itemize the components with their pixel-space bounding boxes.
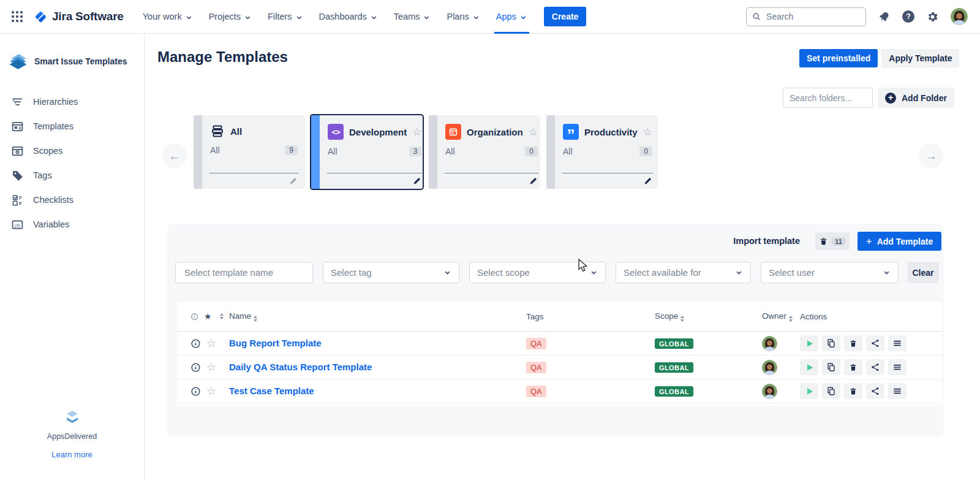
nav-filters[interactable]: Filters [260, 0, 311, 34]
edit-pencil-icon[interactable] [412, 177, 421, 186]
set-preinstalled-button[interactable]: Set preinstalled [799, 49, 878, 67]
folder-card-productivity[interactable]: ” Productivity ☆ All 0 [546, 115, 658, 189]
sidebar-item-checklists[interactable]: Checklists [0, 188, 144, 212]
table-row: ☆ Bug Report Template QA GLOBAL [177, 332, 942, 356]
owner-avatar[interactable] [762, 384, 777, 399]
column-header-scope[interactable]: Scope [655, 311, 762, 322]
add-folder-button[interactable]: + Add Folder [878, 88, 954, 108]
star-outline-icon[interactable]: ☆ [643, 127, 652, 137]
scope-filter-select[interactable]: Select scope [469, 262, 606, 283]
sort-toggle [680, 316, 684, 322]
share-button[interactable] [866, 335, 884, 351]
star-outline-icon[interactable]: ☆ [206, 384, 216, 398]
tag-badge[interactable]: QA [526, 362, 546, 373]
apply-play-button[interactable] [800, 359, 818, 375]
delete-button[interactable] [844, 335, 862, 351]
sort-toggle[interactable] [220, 313, 224, 319]
sidebar-item-variables[interactable]: (x) Variables [0, 212, 144, 237]
nav-your-work[interactable]: Your work [135, 0, 201, 34]
folder-card-organization[interactable]: Organization ☆ All 0 [429, 115, 540, 189]
apply-play-button[interactable] [800, 383, 818, 399]
trash-bin-button[interactable]: 11 [815, 232, 850, 250]
tag-filter-select[interactable]: Select tag [323, 262, 459, 283]
template-name-link[interactable]: Test Case Template [229, 386, 314, 396]
sidebar-item-templates[interactable]: Templates [0, 114, 144, 139]
nav-plans[interactable]: Plans [439, 0, 488, 34]
user-avatar[interactable] [951, 8, 968, 25]
column-header-owner[interactable]: Owner [762, 311, 800, 322]
copy-icon [826, 338, 836, 348]
nav-apps[interactable]: Apps [488, 0, 535, 34]
add-template-button[interactable]: + Add Template [858, 232, 941, 251]
folder-card-development[interactable]: <> Development ☆ All 3 [311, 115, 423, 189]
notifications-bell-icon[interactable] [878, 10, 891, 23]
star-filled-icon[interactable]: ★ [204, 311, 212, 321]
nav-dashboards[interactable]: Dashboards [311, 0, 386, 34]
learn-more-link[interactable]: Learn more [0, 450, 144, 459]
more-menu-button[interactable] [888, 383, 907, 399]
user-filter-select[interactable]: Select user [761, 262, 899, 283]
template-name-link[interactable]: Daily QA Status Report Template [229, 362, 372, 372]
all-folders-stack-icon [210, 124, 225, 139]
info-icon[interactable] [190, 338, 201, 349]
edit-pencil-icon[interactable] [288, 177, 298, 186]
search-folders-input[interactable] [783, 88, 873, 108]
column-header-name[interactable]: Name [229, 311, 526, 322]
nav-projects[interactable]: Projects [201, 0, 260, 34]
folder-subtitle: All [445, 147, 455, 156]
edit-pencil-icon[interactable] [643, 177, 652, 186]
sidebar-item-tags[interactable]: Tags [0, 163, 144, 188]
tag-badge[interactable]: QA [526, 386, 546, 397]
trash-icon [819, 237, 828, 246]
star-outline-icon[interactable]: ☆ [529, 127, 538, 137]
help-icon[interactable]: ? [902, 10, 914, 23]
info-icon[interactable] [190, 362, 201, 373]
info-icon[interactable] [190, 386, 201, 397]
sidebar-item-hierarchies[interactable]: Hierarchies [0, 90, 144, 114]
divider [445, 173, 538, 173]
sidebar-item-label: Checklists [33, 195, 74, 205]
global-search[interactable] [746, 7, 866, 26]
copy-button[interactable] [822, 383, 840, 399]
folder-name: Development [349, 127, 407, 137]
copy-button[interactable] [822, 335, 840, 351]
owner-avatar[interactable] [762, 336, 777, 351]
carousel-left-arrow[interactable]: ← [162, 143, 187, 168]
delete-button[interactable] [844, 359, 862, 375]
template-name-link[interactable]: Bug Report Template [229, 338, 322, 348]
app-switcher-icon[interactable] [10, 9, 24, 24]
star-outline-icon[interactable]: ☆ [206, 337, 216, 350]
carousel-right-arrow[interactable]: → [919, 143, 943, 168]
chevron-down-icon [295, 13, 303, 21]
template-name-input[interactable] [183, 267, 305, 278]
clear-filters-button[interactable]: Clear [907, 262, 939, 283]
create-button[interactable]: Create [544, 7, 587, 26]
search-input[interactable] [765, 11, 860, 22]
jira-brand[interactable]: Jira Software [34, 10, 124, 24]
folder-card-all[interactable]: All All 9 [194, 115, 305, 189]
apply-template-button[interactable]: Apply Template [881, 49, 959, 67]
available-for-filter-select[interactable]: Select available for [616, 262, 751, 283]
template-name-filter[interactable] [175, 262, 313, 283]
apply-play-button[interactable] [800, 335, 818, 351]
more-menu-button[interactable] [888, 335, 907, 351]
chevron-down-icon [519, 13, 527, 21]
plus-circle-icon: + [885, 93, 896, 104]
nav-label: Plans [447, 12, 469, 21]
sidebar-item-scopes[interactable]: Scopes [0, 139, 144, 163]
settings-gear-icon[interactable] [926, 10, 939, 23]
tag-badge[interactable]: QA [526, 338, 546, 349]
share-button[interactable] [866, 359, 884, 375]
share-button[interactable] [866, 383, 884, 399]
delete-button[interactable] [844, 383, 862, 399]
more-menu-button[interactable] [888, 359, 907, 375]
star-outline-icon[interactable]: ☆ [206, 360, 216, 374]
development-code-icon: <> [328, 124, 344, 140]
import-template-button[interactable]: Import template [733, 236, 800, 246]
copy-button[interactable] [822, 359, 840, 375]
star-outline-icon[interactable]: ☆ [412, 127, 421, 137]
nav-teams[interactable]: Teams [386, 0, 439, 34]
owner-avatar[interactable] [762, 360, 777, 375]
sort-toggle [789, 316, 793, 322]
edit-pencil-icon[interactable] [529, 177, 538, 186]
